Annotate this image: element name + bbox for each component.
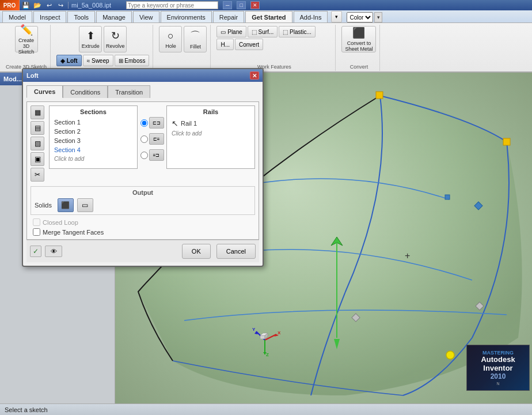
search-input[interactable] <box>126 1 218 9</box>
sweep-button[interactable]: ≈ Sweep <box>83 55 113 66</box>
loft-dialog-close-button[interactable]: ✕ <box>250 71 259 80</box>
hole-icon: ○ <box>168 30 174 42</box>
qat-divider <box>68 2 69 9</box>
color-picker-expand[interactable]: ▾ <box>374 12 382 22</box>
status-text: Select a sketch <box>5 406 48 413</box>
collapse-ribbon-button[interactable]: ▾ <box>331 11 342 22</box>
closed-loop-label: Closed Loop <box>43 219 78 226</box>
section-2[interactable]: Section 2 <box>52 127 135 136</box>
output-section: Output Solids ⬛ ▭ <box>31 186 255 215</box>
redo-button[interactable]: ↪ <box>55 1 66 10</box>
rails-click-to-add: Click to add <box>169 129 252 138</box>
ribbon-group-primitives: ⬆ Extrude ↻ Revolve ◈ Loft ≈ Sweep ⊞ Emb… <box>53 25 153 71</box>
solid-output-button[interactable]: ⬛ <box>58 198 74 212</box>
revolve-button[interactable]: ↻ Revolve <box>104 26 127 52</box>
close-window-button[interactable]: ✕ <box>250 1 260 9</box>
rail-1[interactable]: ↖ Rail 1 <box>169 118 252 129</box>
inventor-badge-n: N <box>496 382 499 386</box>
minimize-button[interactable]: ─ <box>223 1 232 9</box>
dialog-tab-transition[interactable]: Transition <box>108 85 150 98</box>
output-row: Solids ⬛ ▭ <box>35 198 251 212</box>
emboss-button[interactable]: ⊞ Emboss <box>115 55 150 66</box>
preview-icon-button[interactable]: 👁 <box>45 246 62 257</box>
rail-1-label: Rail 1 <box>181 120 197 127</box>
cancel-button[interactable]: Cancel <box>216 244 256 259</box>
closed-loop-checkbox[interactable] <box>33 218 40 226</box>
save-button[interactable]: 💾 <box>21 1 31 10</box>
sections-list: Sections Section 1 Section 2 Section 3 S… <box>49 105 138 169</box>
ribbon-group-work-features: ▭ Plane ⬚ Surf... ⬚ Plastic... H... Conv… <box>213 25 336 71</box>
convert-button[interactable]: Convert <box>235 39 263 50</box>
tab-model[interactable]: Model <box>2 11 32 22</box>
quick-access-toolbar: 💾 📂 ↩ ↪ <box>21 0 70 10</box>
pro-badge: PRO <box>0 0 20 10</box>
svg-text:Y: Y <box>252 327 256 332</box>
loft-button[interactable]: ◈ Loft <box>56 55 82 66</box>
revolve-icon: ↻ <box>111 29 120 42</box>
fillet-label: Fillet <box>190 44 201 50</box>
dialog-tab-conditions[interactable]: Conditions <box>63 85 108 98</box>
rail-radio-3[interactable] <box>140 152 148 159</box>
revolve-label: Revolve <box>106 43 125 49</box>
file-title: mi_5a_008.ipt <box>71 2 111 9</box>
rail-option-1: ⊏⊐ <box>140 117 164 129</box>
tab-manage[interactable]: Manage <box>96 11 132 22</box>
convert-to-sheet-metal-button[interactable]: ⬛ Convert toSheet Metal <box>341 26 376 52</box>
fillet-icon: ⌒ <box>190 29 200 43</box>
extrude-button[interactable]: ⬆ Extrude <box>79 26 102 52</box>
plane-button[interactable]: ▭ Plane <box>216 26 246 37</box>
ok-button[interactable]: OK <box>182 244 211 259</box>
undo-button[interactable]: ↩ <box>44 1 54 10</box>
create-3d-sketch-button[interactable]: ✏️ Create3D Sketch <box>15 26 38 52</box>
rail-icon-2: ⊏≡ <box>149 133 164 145</box>
fillet-button[interactable]: ⌒ Fillet <box>184 26 207 52</box>
dialog-tab-curves[interactable]: Curves <box>26 85 63 98</box>
rails-header: Rails <box>169 108 252 115</box>
open-button[interactable]: 📂 <box>32 1 43 10</box>
rail-icon-3: ≡⊐ <box>149 149 164 161</box>
tab-repair[interactable]: Repair <box>213 11 244 22</box>
sections-rails-container: ▦ ▤ ▨ ▣ ✂ Sections Section 1 Section 2 S… <box>31 105 255 182</box>
dialog-tab-bar: Curves Conditions Transition <box>26 85 259 98</box>
tab-get-started[interactable]: Get Started <box>245 11 292 22</box>
tab-add-ins[interactable]: Add-Ins <box>294 11 328 22</box>
merge-tangent-checkbox[interactable] <box>33 228 40 236</box>
hole-button[interactable]: ○ Hole <box>159 26 182 52</box>
sidebar-btn-5[interactable]: ✂ <box>31 168 44 182</box>
rail-icon-1: ⊏⊐ <box>149 117 164 129</box>
h-button[interactable]: H... <box>216 39 234 50</box>
restore-button[interactable]: □ <box>237 1 246 9</box>
extrude-label: Extrude <box>82 43 100 49</box>
closed-loop-row: Closed Loop <box>33 218 255 226</box>
inventor-badge-autodesk: AutodeskInventor <box>481 356 515 372</box>
section-3[interactable]: Section 3 <box>52 136 135 145</box>
status-bar: Select a sketch <box>0 403 532 415</box>
ribbon-group-create: ✏️ Create3D Sketch Create 3D Sketch <box>2 25 51 71</box>
coordinate-widget: X Y Z <box>248 323 282 357</box>
svg-rect-1 <box>503 138 510 145</box>
output-label: Output <box>35 189 251 196</box>
merge-tangent-row: Merge Tangent Faces <box>33 228 255 236</box>
sidebar-btn-3[interactable]: ▨ <box>31 137 44 150</box>
sidebar-btn-1[interactable]: ▦ <box>31 105 44 119</box>
section-1[interactable]: Section 1 <box>52 118 135 127</box>
svg-point-11 <box>446 351 454 359</box>
svg-rect-2 <box>445 195 450 199</box>
rail-option-3: ≡⊐ <box>140 149 164 161</box>
svg-text:+: + <box>405 251 410 261</box>
sidebar-btn-2[interactable]: ▤ <box>31 121 44 135</box>
tab-environments[interactable]: Environments <box>161 11 212 22</box>
tab-tools[interactable]: Tools <box>67 11 95 22</box>
rail-radio-2[interactable] <box>140 135 148 143</box>
surf-button[interactable]: ⬚ Surf... <box>248 26 278 37</box>
tab-view[interactable]: View <box>133 11 159 22</box>
color-picker-select[interactable]: Color <box>347 12 373 22</box>
sheet-metal-label: Convert toSheet Metal <box>345 40 373 52</box>
surface-output-button[interactable]: ▭ <box>77 198 93 212</box>
section-4[interactable]: Section 4 <box>52 145 135 154</box>
plastic-button[interactable]: ⬚ Plastic... <box>279 26 316 37</box>
rail-radio-1[interactable] <box>140 119 148 127</box>
tab-inspect[interactable]: Inspect <box>33 11 66 22</box>
merge-tangent-label: Merge Tangent Faces <box>43 229 104 236</box>
sidebar-btn-4[interactable]: ▣ <box>31 152 44 166</box>
